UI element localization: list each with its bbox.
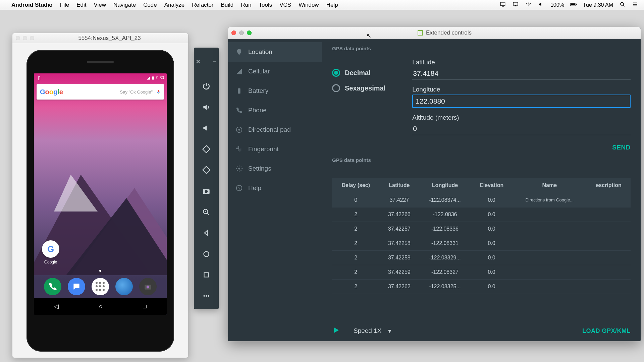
- table-cell: -122.08374...: [419, 193, 471, 207]
- notification-center-icon[interactable]: [632, 1, 639, 9]
- search-placeholder: Say "Ok Google": [63, 89, 156, 95]
- home-icon[interactable]: [200, 248, 213, 260]
- menu-edit[interactable]: Edit: [76, 2, 86, 8]
- android-clock: 9:30: [156, 75, 164, 80]
- ext-min-icon[interactable]: [239, 31, 244, 35]
- device-screen[interactable]: ▯ ◢ ▮ 9:30 Google Say "Ok Google" G Goog…: [34, 73, 167, 315]
- rotate-right-icon[interactable]: [200, 164, 213, 176]
- send-button[interactable]: SEND: [612, 144, 631, 151]
- table-row[interactable]: 237.42257-122.083360.0: [332, 222, 631, 236]
- mic-icon[interactable]: [156, 89, 161, 95]
- traffic-min-icon[interactable]: [23, 36, 27, 40]
- table-header[interactable]: Elevation: [471, 178, 512, 193]
- speed-select[interactable]: Speed 1X▾: [354, 327, 391, 335]
- volume-icon[interactable]: [538, 1, 544, 9]
- traffic-zoom-icon[interactable]: [30, 36, 34, 40]
- ext-close-icon[interactable]: [231, 31, 236, 35]
- app-name[interactable]: Android Studio: [11, 2, 53, 8]
- menu-vcs[interactable]: VCS: [279, 2, 291, 8]
- table-row[interactable]: 237.42259-122.083270.0: [332, 265, 631, 280]
- table-cell: 37.42266: [380, 207, 419, 222]
- power-icon[interactable]: [200, 80, 213, 92]
- altitude-field[interactable]: 0: [412, 123, 631, 135]
- table-header[interactable]: Latitude: [380, 178, 419, 193]
- gps-section-title-1: GPS data points: [332, 46, 631, 51]
- nav-back-icon[interactable]: ◁: [54, 303, 59, 310]
- svg-point-6: [621, 2, 624, 5]
- svg-point-9: [147, 286, 150, 289]
- table-cell: [512, 236, 587, 251]
- menu-window[interactable]: Window: [299, 2, 319, 8]
- menu-file[interactable]: File: [60, 2, 69, 8]
- menu-refactor[interactable]: Refactor: [192, 2, 213, 8]
- table-header[interactable]: escription: [587, 178, 631, 193]
- more-icon[interactable]: [200, 290, 213, 302]
- sidebar-item-settings[interactable]: Settings: [228, 159, 322, 178]
- table-row[interactable]: 237.42258-122.08329...0.0: [332, 251, 631, 265]
- overview-icon[interactable]: [200, 269, 213, 281]
- sidebar-item-location[interactable]: Location: [228, 42, 322, 62]
- table-header[interactable]: Name: [512, 178, 587, 193]
- play-button[interactable]: [332, 326, 340, 336]
- radio-sexagesimal[interactable]: Sexagesimal: [332, 84, 385, 92]
- camera-app-icon[interactable]: [139, 278, 157, 295]
- phone-app-icon[interactable]: [44, 278, 61, 295]
- table-header[interactable]: Delay (sec): [332, 178, 380, 193]
- table-row[interactable]: 237.42262-122.08325...0.0: [332, 280, 631, 294]
- volume-down-icon[interactable]: [200, 122, 213, 134]
- sidebar-item-fingerprint[interactable]: Fingerprint: [228, 139, 322, 159]
- nav-recents-icon[interactable]: □: [143, 303, 147, 310]
- table-row[interactable]: 237.42266-122.08360.0: [332, 207, 631, 222]
- svg-point-24: [238, 129, 240, 131]
- android-status-bar[interactable]: ▯ ◢ ▮ 9:30: [34, 73, 167, 82]
- sidebar-item-battery[interactable]: Battery: [228, 81, 322, 101]
- menu-code[interactable]: Code: [143, 2, 157, 8]
- menu-help[interactable]: Help: [326, 2, 338, 8]
- sidebar-item-help[interactable]: ?Help: [228, 178, 322, 198]
- toolbar-minimize-icon[interactable]: −: [208, 55, 221, 68]
- airplay-icon[interactable]: [512, 1, 519, 9]
- traffic-close-icon[interactable]: [16, 36, 20, 40]
- sidebar-item-dpad[interactable]: Directional pad: [228, 120, 322, 139]
- longitude-field[interactable]: 122.0880: [412, 95, 631, 108]
- load-gpx-button[interactable]: LOAD GPX/KML: [582, 327, 631, 335]
- ext-zoom-icon[interactable]: [247, 31, 252, 35]
- camera-icon[interactable]: [200, 185, 213, 197]
- google-folder[interactable]: G Google: [42, 240, 59, 264]
- menubar-clock[interactable]: Tue 9:30 AM: [583, 2, 613, 8]
- menu-analyze[interactable]: Analyze: [164, 2, 184, 8]
- emulator-titlebar[interactable]: 5554:Nexus_5X_API_23: [12, 33, 188, 43]
- table-cell: [512, 222, 587, 236]
- toolbar-close-icon[interactable]: ✕: [191, 55, 205, 68]
- all-apps-icon[interactable]: [92, 278, 109, 295]
- menu-tools[interactable]: Tools: [259, 2, 272, 8]
- menu-navigate[interactable]: Navigate: [113, 2, 136, 8]
- menu-build[interactable]: Build: [221, 2, 234, 8]
- table-cell: -122.08331: [419, 236, 471, 251]
- sidebar-item-cellular[interactable]: Cellular: [228, 62, 322, 81]
- wifi-icon[interactable]: [525, 1, 532, 9]
- nav-home-icon[interactable]: ○: [99, 303, 103, 310]
- browser-app-icon[interactable]: [115, 278, 133, 295]
- table-cell: [512, 265, 587, 280]
- latitude-field[interactable]: 37.4184: [412, 67, 631, 80]
- table-cell: 0.0: [471, 265, 512, 280]
- menu-view[interactable]: View: [94, 2, 106, 8]
- radio-decimal[interactable]: Decimal: [332, 69, 385, 77]
- google-search-bar[interactable]: Google Say "Ok Google": [37, 84, 164, 100]
- zoom-icon[interactable]: [200, 206, 213, 218]
- volume-up-icon[interactable]: [200, 102, 213, 113]
- menu-run[interactable]: Run: [241, 2, 251, 8]
- ext-titlebar[interactable]: Extended controls: [228, 27, 641, 39]
- sidebar-item-label: Battery: [248, 87, 268, 95]
- sidebar-item-phone[interactable]: Phone: [228, 101, 322, 120]
- screenshare-icon[interactable]: [499, 1, 506, 9]
- back-icon[interactable]: [200, 227, 213, 239]
- sidebar-item-label: Fingerprint: [248, 145, 279, 153]
- table-row[interactable]: 237.42258-122.083310.0: [332, 236, 631, 251]
- spotlight-icon[interactable]: [619, 1, 626, 9]
- table-header[interactable]: Longitude: [419, 178, 471, 193]
- table-row[interactable]: 037.4227-122.08374...0.0Directions from …: [332, 193, 631, 207]
- messenger-app-icon[interactable]: [68, 278, 85, 295]
- rotate-left-icon[interactable]: [200, 143, 213, 155]
